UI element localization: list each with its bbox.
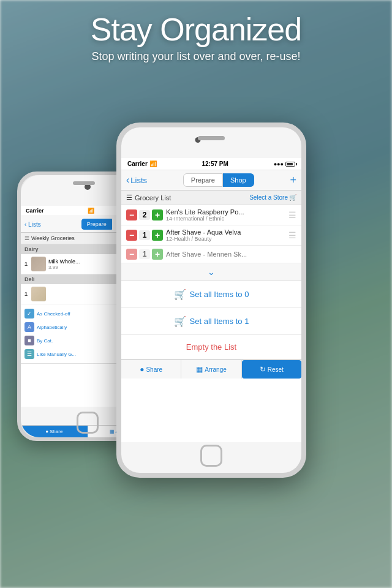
front-share-icon: ● (140, 365, 144, 374)
back-list-title: Weekly Groceries (31, 235, 75, 241)
front-phone-screen: Carrier 📶 12:57 PM ●●● ‹ Lists (121, 127, 301, 473)
front-item-0-qty-controls: − 2 + (126, 209, 163, 221)
battery-fill (287, 163, 293, 165)
manual-icon: ☰ (24, 349, 34, 359)
front-back-btn[interactable]: ‹ Lists (126, 175, 147, 186)
front-action-section: 🛒 Set all Items to 0 🛒 Set all Items to … (121, 281, 301, 360)
list-lines-icon: ☰ (126, 194, 132, 202)
front-set-all-1-label: Set all Items to 1 (190, 317, 249, 326)
title-area: Stay Organized Stop writing your list ov… (0, 11, 392, 63)
front-empty-list-label: Empty the List (186, 342, 236, 352)
front-set-1-cart-icon: 🛒 (174, 315, 186, 327)
back-arrange-icon: ▦ (110, 429, 115, 434)
tab-prepare[interactable]: Prepare (183, 173, 223, 187)
front-phone: Carrier 📶 12:57 PM ●●● ‹ Lists (116, 123, 306, 478)
front-arrange-btn[interactable]: ▦ Arrange (181, 360, 241, 379)
cat-icon: ■ (24, 336, 34, 345)
chevron-down-icon: ⌄ (208, 267, 215, 277)
front-tabs: Prepare Shop (149, 173, 287, 187)
front-arrange-label: Arrange (205, 366, 227, 373)
subtitle: Stop writing your list over and over, re… (0, 50, 392, 63)
front-item-0-info: Ken's Lite Raspberry Po... 14-Internatio… (166, 208, 285, 222)
back-share-label: Share (50, 429, 62, 434)
signal-icon: ●●● (274, 161, 284, 167)
back-tab-prepare[interactable]: Prepare (81, 219, 112, 230)
front-carrier: Carrier 📶 (127, 160, 157, 167)
front-item-0-qty: 2 (139, 210, 150, 220)
back-sort-cat-label: By Cat. (37, 338, 53, 344)
back-nav-back[interactable]: ‹ Lists (24, 221, 41, 228)
tab-shop[interactable]: Shop (223, 173, 254, 187)
alpha-icon: A (24, 322, 34, 332)
front-reset-btn[interactable]: ↻ Reset (242, 360, 301, 379)
front-cart-icon: 🛒 (289, 194, 296, 201)
front-item-0-plus-btn[interactable]: + (152, 209, 163, 221)
front-plus-btn[interactable]: + (290, 174, 296, 187)
front-item-1-drag-icon: ☰ (288, 230, 296, 240)
back-sort-alpha-label: Alphabetically (37, 325, 67, 330)
back-sort-manual-label: Like Manually G... (37, 352, 76, 357)
front-share-btn[interactable]: ● Share (121, 360, 181, 379)
back-list-icon: ☰ (24, 235, 29, 241)
front-item-2-qty-controls: − 1 + (126, 249, 163, 260)
front-chevron-row[interactable]: ⌄ (121, 263, 301, 281)
front-item-2-name: After Shave - Mennen Sk... (166, 251, 296, 258)
front-set-0-cart-icon: 🛒 (174, 288, 186, 300)
back-item-qty-deli: 1 (24, 291, 28, 297)
check-icon: ✓ (24, 309, 34, 318)
front-item-1-qty: 1 (139, 230, 150, 240)
back-speaker (73, 181, 95, 185)
back-carrier: Carrier (26, 208, 44, 214)
front-item-2: − 1 + After Shave - Mennen Sk... (121, 246, 301, 263)
front-set-all-0-label: Set all Items to 0 (190, 290, 249, 299)
front-status-bar: Carrier 📶 12:57 PM ●●● (121, 158, 301, 170)
front-list-title-row: ☰ Grocery List (126, 194, 171, 202)
front-item-0-name: Ken's Lite Raspberry Po... (166, 208, 285, 216)
front-select-store-label: Select a Store (249, 194, 288, 201)
back-thumb-deli (31, 287, 46, 301)
front-item-2-info: After Shave - Mennen Sk... (166, 251, 296, 258)
front-list-title: Grocery List (135, 194, 171, 202)
front-reset-icon: ↻ (260, 365, 266, 374)
back-wifi-icon: 📶 (88, 208, 94, 214)
front-reset-label: Reset (268, 366, 284, 373)
wifi-icon: 📶 (149, 160, 157, 167)
front-time: 12:57 PM (202, 160, 228, 167)
front-share-label: Share (146, 366, 162, 373)
front-set-all-0-btn[interactable]: 🛒 Set all Items to 0 (121, 281, 301, 308)
front-speaker (198, 136, 225, 140)
back-thumb-milk (31, 257, 46, 271)
front-item-1-info: After Shave - Aqua Velva 12-Health / Bea… (166, 228, 285, 242)
front-back-label: Lists (130, 176, 147, 185)
front-item-1-plus-btn[interactable]: + (152, 230, 163, 241)
front-item-0-drag-icon: ☰ (288, 210, 296, 220)
front-list-header: ☰ Grocery List Select a Store 🛒 (121, 190, 301, 205)
front-item-0: − 2 + Ken's Lite Raspberry Po... 14-Inte… (121, 205, 301, 225)
front-item-2-plus-btn[interactable]: + (152, 249, 163, 260)
front-nav-bar: ‹ Lists Prepare Shop + (121, 170, 301, 190)
front-set-all-1-btn[interactable]: 🛒 Set all Items to 1 (121, 308, 301, 335)
front-item-0-minus-btn[interactable]: − (126, 209, 137, 221)
front-screen-content: Carrier 📶 12:57 PM ●●● ‹ Lists (121, 158, 301, 442)
back-item-qty-milk: 1 (24, 261, 28, 267)
front-item-1: − 1 + After Shave - Aqua Velva 12-Health… (121, 225, 301, 246)
front-item-1-name: After Shave - Aqua Velva (166, 228, 285, 236)
main-title: Stay Organized (0, 11, 392, 48)
front-select-store[interactable]: Select a Store 🛒 (249, 194, 296, 201)
front-item-1-minus-btn[interactable]: − (126, 230, 137, 241)
front-home-button[interactable] (200, 445, 222, 467)
front-item-1-qty-controls: − 1 + (126, 230, 163, 241)
front-item-0-cat: 14-International / Ethnic (166, 216, 285, 222)
back-home-button[interactable] (77, 412, 99, 434)
front-empty-list-btn[interactable]: Empty the List (121, 335, 301, 360)
front-item-2-qty: 1 (139, 249, 150, 259)
front-item-1-cat: 12-Health / Beauty (166, 236, 285, 242)
front-item-2-minus-btn[interactable]: − (126, 249, 137, 260)
front-arrange-icon: ▦ (196, 365, 203, 374)
battery-icon (285, 162, 295, 167)
front-status-icons: ●●● (274, 161, 295, 167)
back-sort-checked-label: As Checked-off (37, 311, 70, 317)
front-bottom-toolbar: ● Share ▦ Arrange ↻ Reset (121, 360, 301, 379)
back-share-icon: ● (45, 429, 48, 434)
chevron-left-icon: ‹ (126, 175, 129, 186)
